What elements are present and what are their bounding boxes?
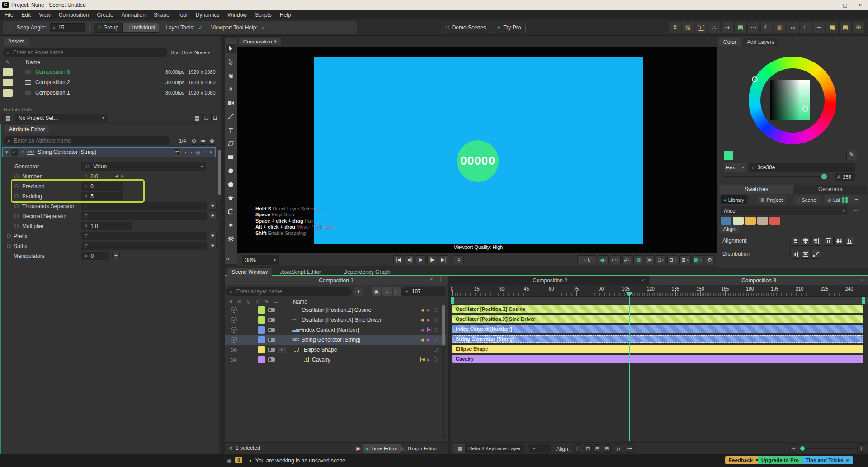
- keyframe-layer-icon[interactable]: ▦: [454, 444, 466, 453]
- arc-tool-icon[interactable]: [226, 207, 236, 216]
- list-view-icon[interactable]: ≡: [852, 195, 861, 204]
- composition-tab[interactable]: Composition 1: [225, 276, 448, 285]
- direct-select-tool-icon[interactable]: [226, 57, 236, 67]
- onion-skin-toggle[interactable]: ◖ 0: [577, 255, 596, 264]
- source-library[interactable]: ≡Library: [721, 195, 747, 204]
- panel-divider[interactable]: [221, 36, 225, 454]
- generator-subtab[interactable]: Generator: [794, 185, 867, 194]
- previous-frame-button[interactable]: ◀|: [405, 255, 415, 264]
- rows-icon[interactable]: ▤: [840, 22, 851, 33]
- grid-icon[interactable]: ⊞: [853, 22, 864, 33]
- eyedropper-button[interactable]: ✎: [846, 150, 857, 160]
- string-generator-header[interactable]: ▾ ✓ ○ abc String Generator [String] ⇄ ◖ …: [2, 147, 216, 157]
- distribute-scatter-button[interactable]: [811, 250, 821, 259]
- attribute-search-input[interactable]: [13, 137, 166, 144]
- folder-icon[interactable]: ▤: [193, 114, 201, 122]
- layer-toggle-icon[interactable]: [268, 318, 275, 322]
- align-top-button[interactable]: [824, 237, 834, 246]
- hook-icon[interactable]: ↩▸: [610, 255, 621, 264]
- manipulators-field[interactable]: ≡0: [81, 252, 109, 260]
- add-manipulator-button[interactable]: +: [112, 252, 120, 259]
- viewport-composition-tab[interactable]: Composition 3: [239, 38, 281, 45]
- layout-icon[interactable]: ▦: [633, 255, 643, 264]
- settings-filter-icon[interactable]: ≔: [393, 287, 402, 296]
- align-option-icon[interactable]: ⊟: [593, 444, 601, 453]
- align-center-h-button[interactable]: [801, 237, 811, 246]
- ruler-card-icon[interactable]: ▥: [774, 22, 786, 33]
- zoom-select-icon[interactable]: ⊕: [190, 137, 198, 145]
- moon-icon[interactable]: ☾: [761, 22, 773, 33]
- stack-icon[interactable]: ⊡▸: [667, 255, 678, 264]
- menu-create[interactable]: Create: [97, 12, 113, 18]
- enabled-check-icon[interactable]: ✓: [231, 317, 237, 323]
- layer-row[interactable]: ✓≈≈Oscillator [Position.X] Sine Driver◀▶: [225, 315, 446, 325]
- attribute-search[interactable]: ⌕: [4, 136, 170, 145]
- expander-chevron-icon[interactable]: ▾: [278, 347, 286, 353]
- hue-selector[interactable]: [752, 76, 758, 82]
- menu-view[interactable]: View: [39, 12, 51, 18]
- text-input[interactable]: T: [81, 202, 207, 210]
- picker-icon[interactable]: ✎: [264, 299, 269, 305]
- layer-search-input[interactable]: [236, 288, 348, 295]
- grid-view-icon[interactable]: [840, 195, 849, 204]
- keyframe-prev-icon[interactable]: ◖: [184, 150, 187, 155]
- clear-icon[interactable]: ⊗: [208, 137, 216, 145]
- menu-tool[interactable]: Tool: [178, 12, 188, 18]
- project-folder-icon[interactable]: ▤: [2, 114, 14, 122]
- timeline-bar[interactable]: Cavalry: [452, 355, 863, 363]
- try-pro-button[interactable]: ⚡ Try Pro: [492, 22, 526, 33]
- motion-path-icon[interactable]: ⇢: [722, 22, 733, 33]
- render-icon[interactable]: ◇: [246, 299, 250, 305]
- palette-dropdown[interactable]: Alice▾: [721, 206, 848, 215]
- asset-row[interactable]: Composition 330.00fps1920 x 1080: [0, 67, 221, 77]
- saturation-value-square[interactable]: [770, 80, 810, 120]
- sort-order-select[interactable]: None ▾: [194, 50, 210, 56]
- scatter-icon[interactable]: ∴: [708, 22, 720, 33]
- menu-help[interactable]: Help: [280, 12, 291, 18]
- source-scene[interactable]: □Scene: [794, 195, 820, 204]
- hex-mode-dropdown[interactable]: Hex▾: [724, 163, 746, 172]
- layer-search[interactable]: ⌕: [226, 287, 352, 296]
- pan-tool-icon[interactable]: [226, 71, 236, 81]
- group-button[interactable]: ∷Group: [94, 23, 123, 33]
- enabled-check-icon[interactable]: ✓: [231, 327, 237, 333]
- lock-icon[interactable]: ⊡: [228, 299, 232, 305]
- keyframe-right-icon[interactable]: ▶: [427, 357, 430, 362]
- pivot-circle-icon[interactable]: [434, 318, 438, 322]
- align-right-icon[interactable]: ⊣: [813, 22, 825, 33]
- palette-options-icon[interactable]: ⋯: [850, 206, 861, 215]
- panel-splitter[interactable]: [448, 276, 451, 454]
- keyframe-circle-icon[interactable]: [14, 184, 19, 188]
- bounds-icon[interactable]: □▸: [656, 255, 666, 264]
- star-tool-icon[interactable]: [226, 193, 236, 203]
- timeline-tab-comp3[interactable]: Composition 3 ×: [650, 276, 868, 285]
- align-tab[interactable]: Align: [719, 225, 740, 233]
- tab-scene-window[interactable]: Scene Window: [227, 268, 272, 276]
- layer-row[interactable]: ✓abcString Generator [String]◀▶: [225, 335, 446, 345]
- swatches-subtab[interactable]: Swatches: [719, 185, 793, 194]
- generator-dropdown[interactable]: 01Value▾: [81, 162, 206, 171]
- timeline-bar[interactable]: Ellipse Shape: [452, 345, 863, 353]
- number-value[interactable]: #0.0: [81, 172, 113, 181]
- solo-radio-icon[interactable]: ○: [21, 149, 24, 155]
- attribute-editor-tab[interactable]: Attribute Editor: [5, 125, 49, 133]
- pen-tool-icon[interactable]: [226, 85, 236, 94]
- layer-toggle-icon[interactable]: [268, 308, 275, 312]
- align-middle-v-button[interactable]: [834, 237, 844, 246]
- audio-icon[interactable]: ◀▸: [598, 255, 608, 264]
- pentagon-tool-icon[interactable]: [226, 180, 236, 189]
- align-option-icon[interactable]: ⊞: [603, 444, 611, 453]
- frame-field[interactable]: F107: [401, 287, 445, 296]
- number-input[interactable]: #1.0: [81, 222, 132, 230]
- keyframe-right-icon[interactable]: ▶: [427, 327, 432, 332]
- align-option-icon[interactable]: ⊡: [584, 444, 592, 453]
- timeline-tab-comp2[interactable]: Composition 2 ×: [451, 276, 649, 285]
- transform-tool-icon[interactable]: [226, 139, 236, 148]
- asset-color-swatch[interactable]: [3, 68, 13, 76]
- palette-swatch[interactable]: [769, 217, 780, 225]
- fast-forward-icon[interactable]: ≫: [645, 255, 655, 264]
- chevron-down-icon[interactable]: ▾: [5, 149, 8, 155]
- go-to-end-button[interactable]: ▶|: [439, 255, 448, 264]
- layer-row[interactable]: ✓≈≈Oscillator [Position.Z] Cosine◀▶: [225, 305, 446, 315]
- close-icon[interactable]: ×: [430, 276, 433, 282]
